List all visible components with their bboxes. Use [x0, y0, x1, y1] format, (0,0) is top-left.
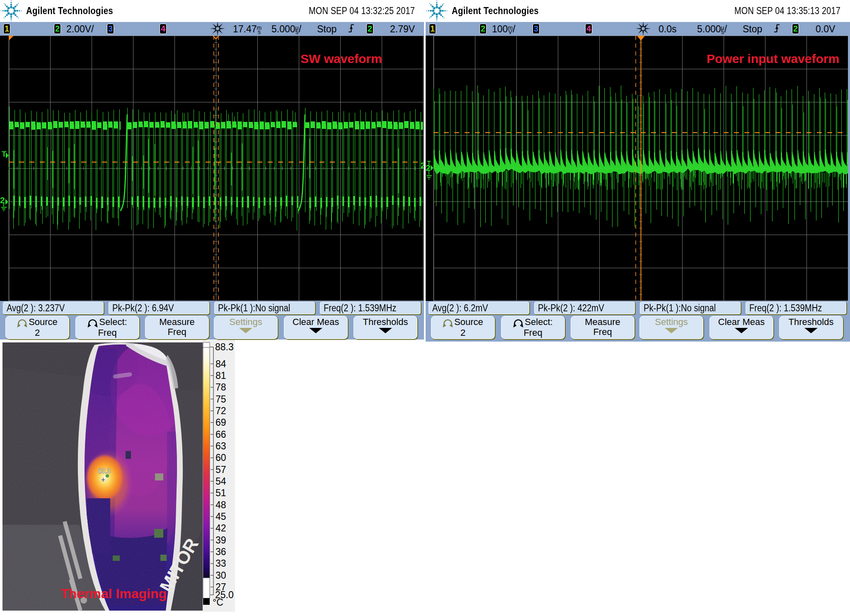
svg-text:2: 2: [426, 163, 431, 172]
svg-text:51: 51: [216, 487, 226, 498]
svg-text:36: 36: [216, 546, 226, 557]
svg-text:2: 2: [0, 195, 5, 205]
svg-text:SW waveform: SW waveform: [300, 52, 382, 65]
svg-text:45: 45: [216, 511, 226, 522]
svg-text:78: 78: [216, 382, 226, 393]
svg-text:69: 69: [216, 417, 226, 428]
svg-text:84: 84: [216, 359, 226, 369]
svg-text:66: 66: [216, 429, 226, 440]
svg-text:54: 54: [216, 476, 226, 487]
svg-text:39: 39: [216, 535, 226, 546]
svg-text:48: 48: [216, 500, 226, 510]
svg-text:75: 75: [216, 394, 226, 405]
svg-text:57: 57: [216, 464, 226, 475]
svg-text:60: 60: [216, 452, 226, 463]
svg-text:81: 81: [216, 370, 226, 381]
svg-text:Power input waveform: Power input waveform: [707, 52, 839, 65]
svg-text:27: 27: [216, 582, 226, 592]
svg-text:33: 33: [216, 558, 226, 569]
svg-text:42: 42: [216, 523, 226, 534]
svg-text:63: 63: [216, 441, 226, 451]
svg-text:30: 30: [216, 570, 226, 581]
svg-text:Thermal Imaging: Thermal Imaging: [61, 586, 167, 601]
svg-text:°C: °C: [213, 597, 223, 608]
svg-text:72: 72: [216, 405, 226, 416]
svg-text:2: 2: [421, 161, 424, 170]
svg-text:88.3: 88.3: [215, 342, 234, 352]
